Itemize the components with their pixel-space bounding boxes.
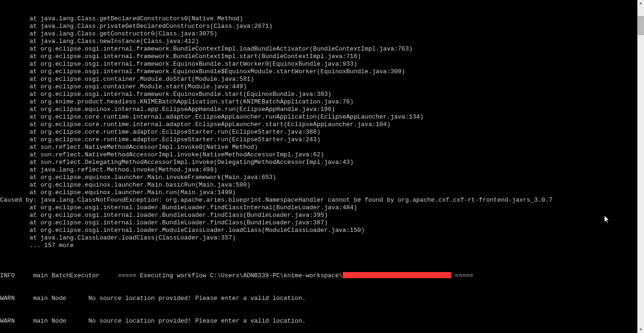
stack-trace-line: at org.eclipse.osgi.container.Module.doS…	[0, 76, 637, 83]
stack-trace-line: at java.lang.Class.getDeclaredConstructo…	[0, 15, 637, 23]
log-line: WARN main Node No source location provid…	[0, 317, 637, 325]
stack-trace-line: Caused by: java.lang.ClassNotFoundExcept…	[0, 196, 637, 204]
stack-trace-line: at org.eclipse.equinox.launcher.Main.inv…	[0, 174, 637, 181]
stack-trace-line: at org.eclipse.osgi.internal.framework.E…	[0, 68, 637, 76]
stack-trace-line: at org.eclipse.equinox.launcher.Main.run…	[0, 189, 637, 196]
scroll-track[interactable]	[637, 7, 644, 326]
console-output[interactable]: at java.lang.Class.getDeclaredConstructo…	[0, 0, 637, 333]
stack-trace-line: at org.eclipse.osgi.internal.framework.E…	[0, 60, 637, 68]
stack-trace-line: at org.eclipse.osgi.internal.loader.Bund…	[0, 204, 637, 212]
scroll-thumb[interactable]	[638, 16, 644, 35]
stack-trace-line: at org.eclipse.osgi.internal.framework.B…	[0, 45, 637, 53]
redacted-text	[343, 272, 451, 278]
stack-trace-line: ... 157 more	[0, 242, 637, 249]
stack-trace-line: at sun.reflect.NativeMethodAccessorImpl.…	[0, 151, 637, 159]
stack-trace-line: at org.eclipse.core.runtime.internal.ada…	[0, 113, 637, 121]
stack-trace-line: at org.eclipse.core.runtime.internal.ada…	[0, 121, 637, 128]
stack-trace-line: at org.eclipse.core.runtime.adaptor.Ecli…	[0, 128, 637, 136]
stack-trace-line: at org.eclipse.osgi.container.Module.sta…	[0, 83, 637, 91]
stack-trace-line: at org.eclipse.osgi.internal.loader.Modu…	[0, 227, 637, 234]
stack-trace-line: at java.lang.Class.getConstructor0(Class…	[0, 30, 637, 38]
stack-trace-line: at org.knime.product.headless.KNIMEBatch…	[0, 98, 637, 106]
stack-trace-line: at org.eclipse.osgi.internal.framework.B…	[0, 53, 637, 60]
stack-trace-line: at org.eclipse.equinox.launcher.Main.bas…	[0, 181, 637, 189]
stack-trace-line: at sun.reflect.NativeMethodAccessorImpl.…	[0, 144, 637, 151]
stack-trace-line: at org.eclipse.osgi.internal.loader.Bund…	[0, 212, 637, 219]
stack-trace-line: at org.eclipse.osgi.internal.framework.E…	[0, 91, 637, 98]
scroll-down-arrow-icon[interactable]: ▼	[637, 326, 644, 333]
stack-trace-line: at java.lang.Class.newInstance(Class.jav…	[0, 38, 637, 45]
stack-trace-line: at org.eclipse.osgi.internal.loader.Bund…	[0, 219, 637, 227]
stack-trace-line: at java.lang.ClassLoader.loadClass(Class…	[0, 234, 637, 242]
stack-trace-line	[0, 249, 637, 257]
stack-trace-line: at sun.reflect.DelegatingMethodAccessorI…	[0, 159, 637, 166]
log-line: WARN main Node No source location provid…	[0, 295, 637, 302]
stack-trace-block: at java.lang.Class.getDeclaredConstructo…	[0, 15, 637, 257]
stack-trace-line: at java.lang.reflect.Method.invoke(Metho…	[0, 166, 637, 174]
stack-trace-line: at org.eclipse.core.runtime.adaptor.Ecli…	[0, 136, 637, 144]
stack-trace-line: at org.eclipse.equinox.internal.app.Ecli…	[0, 106, 637, 113]
scroll-up-arrow-icon[interactable]: ▲	[637, 0, 644, 7]
vertical-scrollbar[interactable]: ▲ ▼	[637, 0, 644, 333]
log-line: INFO main BatchExecutor ===== Executing …	[0, 272, 637, 280]
stack-trace-line: at java.lang.Class.privateGetDeclaredCon…	[0, 23, 637, 30]
